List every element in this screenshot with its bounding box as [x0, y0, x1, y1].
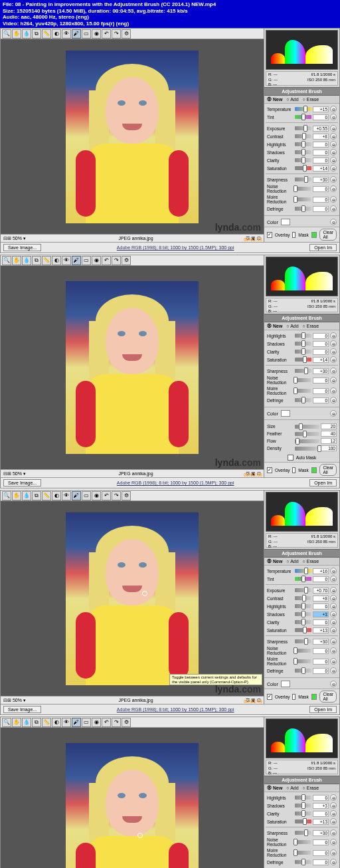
- reset-icon[interactable]: ⊖: [330, 125, 337, 132]
- grad-tool[interactable]: ▭: [82, 29, 91, 39]
- reset-icon[interactable]: ⊖: [330, 410, 337, 417]
- sharpness-slider[interactable]: Sharpness+30⊖: [266, 175, 338, 183]
- auto-mask-row[interactable]: Auto Mask: [264, 453, 339, 462]
- radial-tool[interactable]: ◉: [92, 491, 101, 500]
- reset-icon[interactable]: ⊖: [330, 839, 337, 845]
- moire_reduction-slider[interactable]: Moire Reduction0⊖: [266, 656, 338, 667]
- mask-color-swatch[interactable]: [311, 467, 317, 473]
- histogram[interactable]: [266, 718, 338, 758]
- straighten-tool[interactable]: 📏: [42, 256, 51, 265]
- canvas[interactable]: [1, 39, 264, 234]
- reset-icon[interactable]: ⊖: [330, 185, 337, 192]
- reset-icon[interactable]: ⊖: [330, 176, 337, 183]
- mode-new[interactable]: ⦿ New: [267, 786, 282, 790]
- feather-slider[interactable]: Feather40: [266, 430, 338, 437]
- noise_reduction-slider[interactable]: Noise Reduction0⊖: [266, 837, 338, 847]
- prefs-tool[interactable]: ⚙: [122, 491, 131, 500]
- overlay-checkbox[interactable]: ✓: [267, 467, 272, 473]
- noise_reduction-slider[interactable]: Noise Reduction0⊖: [266, 375, 338, 385]
- reset-icon[interactable]: ⊖: [330, 658, 337, 665]
- redeye-tool[interactable]: 👁: [62, 256, 71, 265]
- defringe-slider[interactable]: Defringe0⊖: [266, 205, 338, 213]
- reset-icon[interactable]: ⊖: [330, 219, 337, 225]
- contrast-slider[interactable]: Contrast+8⊖: [266, 132, 338, 140]
- rotate-l-tool[interactable]: ↶: [102, 29, 111, 39]
- open-button[interactable]: Open Im: [309, 479, 337, 487]
- reset-icon[interactable]: ⊖: [330, 627, 337, 633]
- sharpness-slider[interactable]: Sharpness+30⊖: [266, 367, 338, 375]
- prefs-tool[interactable]: ⚙: [122, 29, 131, 39]
- reset-icon[interactable]: ⊖: [330, 611, 337, 617]
- mode-erase[interactable]: ○ Erase: [303, 324, 319, 328]
- workflow-link[interactable]: Adobe RGB (1998); 8 bit; 1000 by 1500 (1…: [41, 707, 309, 712]
- reset-icon[interactable]: ⊖: [330, 794, 337, 801]
- reset-icon[interactable]: ⊖: [330, 340, 337, 347]
- grad-tool[interactable]: ▭: [82, 718, 91, 727]
- eye-tool[interactable]: 💧: [22, 256, 31, 265]
- workflow-link[interactable]: Adobe RGB (1998); 8 bit; 1000 by 1500 (1…: [41, 245, 309, 250]
- mode-erase[interactable]: ○ Erase: [303, 559, 319, 564]
- color-row[interactable]: Color⊖: [264, 409, 339, 418]
- mode-new[interactable]: ⦿ New: [267, 559, 282, 564]
- reset-icon[interactable]: ⊖: [330, 114, 337, 120]
- mode-erase[interactable]: ○ Erase: [303, 786, 319, 790]
- reset-icon[interactable]: ⊖: [330, 377, 337, 383]
- clear-all-button[interactable]: Clear All: [319, 229, 337, 241]
- mode-add[interactable]: ○ Add: [286, 97, 298, 102]
- shadows-slider[interactable]: Shadows+3⊖: [266, 802, 338, 810]
- moire_reduction-slider[interactable]: Moire Reduction0⊖: [266, 847, 338, 858]
- clarity-slider[interactable]: Clarity0⊖: [266, 348, 338, 356]
- reset-icon[interactable]: ⊖: [330, 638, 337, 645]
- mode-new[interactable]: ⦿ New: [267, 97, 282, 102]
- reset-icon[interactable]: ⊖: [330, 141, 337, 148]
- reset-icon[interactable]: ⊖: [330, 149, 337, 156]
- mode-erase[interactable]: ○ Erase: [303, 97, 319, 102]
- moire_reduction-slider[interactable]: Moire Reduction0⊖: [266, 385, 338, 396]
- overlay-checkbox[interactable]: ✓: [267, 694, 272, 700]
- histogram[interactable]: [266, 492, 338, 532]
- exposure-slider[interactable]: Exposure+0.55⊖: [266, 124, 338, 132]
- noise_reduction-slider[interactable]: Noise Reduction0⊖: [266, 183, 338, 194]
- contrast-slider[interactable]: Contrast+8⊖: [266, 594, 338, 602]
- shadows-slider[interactable]: Shadows+3⊖: [266, 610, 338, 618]
- color-row[interactable]: Color⊖: [264, 217, 339, 227]
- saturation-slider[interactable]: Saturation+14⊖: [266, 164, 338, 172]
- color-swatch[interactable]: [281, 681, 290, 687]
- mode-add[interactable]: ○ Add: [286, 786, 298, 790]
- reset-icon[interactable]: ⊖: [330, 619, 337, 625]
- hand-tool[interactable]: ✋: [12, 256, 21, 265]
- redeye-tool[interactable]: 👁: [62, 29, 71, 39]
- highlights-slider[interactable]: Highlights0⊖: [266, 140, 338, 148]
- zoom-level[interactable]: ⊟⊞ 50% ▾: [3, 236, 26, 241]
- radial-tool[interactable]: ◉: [92, 718, 101, 727]
- prefs-tool[interactable]: ⚙: [122, 256, 131, 265]
- save-image-button[interactable]: Save Image...: [3, 479, 41, 487]
- reset-icon[interactable]: ⊖: [330, 196, 337, 203]
- mask-checkbox[interactable]: [292, 232, 296, 238]
- zoom-level[interactable]: ⊟⊞ 50% ▾: [3, 698, 26, 703]
- canvas[interactable]: [1, 266, 264, 469]
- auto-mask-checkbox[interactable]: [288, 455, 294, 461]
- reset-icon[interactable]: ⊖: [330, 818, 337, 825]
- reset-icon[interactable]: ⊖: [330, 205, 337, 212]
- reset-icon[interactable]: ⊖: [330, 802, 337, 809]
- reset-icon[interactable]: ⊖: [330, 647, 337, 654]
- mode-new[interactable]: ⦿ New: [267, 324, 282, 328]
- defringe-slider[interactable]: Defringe0⊖: [266, 858, 338, 866]
- crop-tool[interactable]: ⧉: [32, 491, 41, 500]
- reset-icon[interactable]: ⊖: [330, 157, 337, 163]
- saturation-slider[interactable]: Saturation+13⊖: [266, 626, 338, 634]
- tint-slider[interactable]: Tint0⊖: [266, 113, 338, 121]
- reset-icon[interactable]: ⊖: [330, 849, 337, 856]
- redeye-tool[interactable]: 👁: [62, 491, 71, 500]
- reset-icon[interactable]: ⊖: [330, 859, 337, 865]
- rotate-r-tool[interactable]: ↷: [112, 256, 121, 265]
- reset-icon[interactable]: ⊖: [330, 356, 337, 363]
- canvas[interactable]: [1, 501, 264, 696]
- open-button[interactable]: Open Im: [309, 706, 337, 713]
- brush-tool[interactable]: 🖌: [72, 256, 81, 265]
- grad-tool[interactable]: ▭: [82, 256, 91, 265]
- clarity-slider[interactable]: Clarity0⊖: [266, 618, 338, 626]
- sharpness-slider[interactable]: Sharpness+30⊖: [266, 829, 338, 837]
- mode-add[interactable]: ○ Add: [286, 324, 298, 328]
